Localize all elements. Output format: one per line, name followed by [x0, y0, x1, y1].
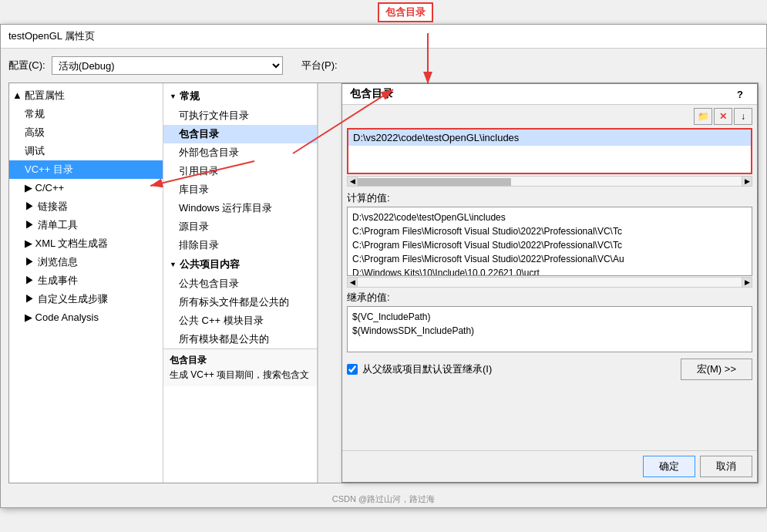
down-icon: ↓	[741, 111, 745, 122]
includes-toolbar: 📁 ✕ ↓	[342, 105, 757, 128]
scroll-right-btn[interactable]: ▶	[742, 176, 752, 187]
cancel-button[interactable]: 取消	[700, 456, 752, 477]
computed-line-2: C:\Program Files\Microsoft Visual Studio…	[352, 238, 747, 252]
tree-item-vcpp[interactable]: VC++ 目录	[9, 160, 163, 179]
tree-root[interactable]: ▲ 配置属性	[9, 86, 163, 105]
dialog-titlebar: testOpenGL 属性页	[1, 25, 766, 49]
includes-dialog-title-text: 包含目录	[350, 87, 393, 101]
tree-item-linker[interactable]: ▶ 链接器	[9, 197, 163, 216]
item-include-dir[interactable]: 包含目录	[163, 125, 317, 143]
section-header-public: ▼ 公共项目内容	[163, 254, 317, 274]
scroll-left-btn[interactable]: ◀	[347, 176, 358, 187]
item-executable-dir[interactable]: 可执行文件目录	[163, 106, 317, 125]
comp-scroll-left[interactable]: ◀	[347, 277, 358, 288]
comp-scroll-track	[358, 277, 742, 288]
tree-item-cpp[interactable]: ▶ C/C++	[9, 179, 163, 197]
inherited-box: $(VC_IncludePath) $(WindowsSDK_IncludePa…	[347, 306, 752, 352]
checkbox-row: 从父级或项目默认设置继承(I) 宏(M) >>	[347, 359, 752, 380]
chevron-down-icon2: ▼	[170, 261, 177, 268]
includes-path-item[interactable]: D:\vs2022\code\testOpenGL\includes	[348, 130, 751, 146]
ok-button[interactable]: 确定	[643, 456, 695, 477]
desc-text: 生成 VC++ 项目期间，搜索包含文	[170, 369, 311, 382]
watermark: CSDN @路过山河，路过海	[1, 491, 766, 507]
folder-button[interactable]: 📁	[694, 108, 712, 125]
desc-bar: 包含目录 生成 VC++ 项目期间，搜索包含文	[163, 348, 317, 386]
macro-button[interactable]: 宏(M) >>	[681, 359, 752, 380]
inherit-checkbox[interactable]	[347, 364, 358, 375]
tree-item-xml[interactable]: ▶ XML 文档生成器	[9, 234, 163, 253]
config-select[interactable]: 活动(Debug)	[52, 56, 283, 75]
config-label: 配置(C):	[8, 59, 45, 72]
down-button[interactable]: ↓	[734, 108, 752, 125]
tree-item-manifest[interactable]: ▶ 清单工具	[9, 216, 163, 234]
platform-label: 平台(P):	[301, 59, 338, 72]
computed-scrollbar[interactable]: ◀ ▶	[347, 277, 752, 288]
folder-icon: 📁	[698, 111, 709, 122]
inherited-label: 继承的值:	[347, 291, 752, 305]
tree-item-advanced[interactable]: 高级	[9, 123, 163, 142]
left-tree-panel: ▲ 配置属性 常规 高级 调试 VC++ 目录 ▶ C/C++ ▶ 链接器 ▶ …	[9, 83, 163, 483]
tree-item-custom-build[interactable]: ▶ 自定义生成步骤	[9, 290, 163, 308]
item-lib-dir[interactable]: 库目录	[163, 180, 317, 199]
item-public-include[interactable]: 公共包含目录	[163, 274, 317, 293]
main-dialog: testOpenGL 属性页 配置(C): 活动(Debug) 平台(P): ▲…	[0, 24, 767, 508]
tree-item-debug[interactable]: 调试	[9, 142, 163, 160]
question-mark: ?	[737, 89, 749, 100]
computed-line-0: D:\vs2022\code\testOpenGL\includes	[352, 210, 747, 224]
computed-line-1: C:\Program Files\Microsoft Visual Studio…	[352, 224, 747, 238]
chevron-down-icon: ▼	[170, 93, 177, 100]
item-reference-dir[interactable]: 引用目录	[163, 162, 317, 180]
main-area: ▲ 配置属性 常规 高级 调试 VC++ 目录 ▶ C/C++ ▶ 链接器 ▶ …	[8, 82, 759, 483]
delete-icon: ✕	[719, 111, 727, 122]
computed-box: D:\vs2022\code\testOpenGL\includes C:\Pr…	[347, 207, 752, 276]
computed-label: 计算的值:	[347, 191, 752, 205]
dialog-title: testOpenGL 属性页	[8, 29, 95, 43]
comp-scroll-right[interactable]: ▶	[742, 277, 752, 288]
computed-line-4: D:\Windows Kits\10\Include\10.0.22621.0\…	[352, 266, 747, 276]
inherited-line-1: $(WindowsSDK_IncludePath)	[352, 324, 747, 338]
includes-dialog-titlebar: 包含目录 ?	[342, 84, 757, 105]
tree-item-browse[interactable]: ▶ 浏览信息	[9, 253, 163, 271]
includes-label-badge: 包含目录	[378, 2, 433, 22]
includes-list: D:\vs2022\code\testOpenGL\includes	[347, 128, 752, 174]
inherited-line-0: $(VC_IncludePath)	[352, 310, 747, 324]
item-public-cpp-module[interactable]: 公共 C++ 模块目录	[163, 311, 317, 330]
item-winruntime-dir[interactable]: Windows 运行库目录	[163, 199, 317, 217]
item-all-modules-public[interactable]: 所有模块都是公共的	[163, 330, 317, 348]
includes-dialog: 包含目录 ? 📁 ✕ ↓	[341, 83, 758, 483]
desc-title: 包含目录	[170, 354, 311, 367]
item-exclude-dir[interactable]: 排除目录	[163, 236, 317, 254]
delete-button[interactable]: ✕	[714, 108, 732, 125]
computed-line-3: C:\Program Files\Microsoft Visual Studio…	[352, 252, 747, 266]
item-all-headers-public[interactable]: 所有标头文件都是公共的	[163, 293, 317, 311]
computed-section: 计算的值: D:\vs2022\code\testOpenGL\includes…	[347, 191, 752, 288]
scroll-track	[358, 176, 742, 187]
scroll-thumb	[358, 178, 511, 186]
tree-item-code-analysis[interactable]: ▶ Code Analysis	[9, 308, 163, 327]
section-header-general: ▼ 常规	[163, 86, 317, 106]
tree-item-build-events[interactable]: ▶ 生成事件	[9, 271, 163, 290]
middle-panel: ▼ 常规 可执行文件目录 包含目录 外部包含目录 引用目录 库目录 Window…	[163, 83, 318, 483]
bottom-buttons: 确定 取消	[342, 450, 757, 482]
item-source-dir[interactable]: 源目录	[163, 217, 317, 236]
item-external-include[interactable]: 外部包含目录	[163, 143, 317, 162]
horizontal-scrollbar[interactable]: ◀ ▶	[347, 176, 752, 187]
config-row: 配置(C): 活动(Debug) 平台(P):	[8, 56, 759, 75]
checkbox-label: 从父级或项目默认设置继承(I)	[362, 362, 492, 376]
tree-item-general[interactable]: 常规	[9, 105, 163, 123]
right-panel: 包含目录 ? 📁 ✕ ↓	[318, 83, 758, 483]
inherited-section: 继承的值: $(VC_IncludePath) $(WindowsSDK_Inc…	[347, 291, 752, 352]
